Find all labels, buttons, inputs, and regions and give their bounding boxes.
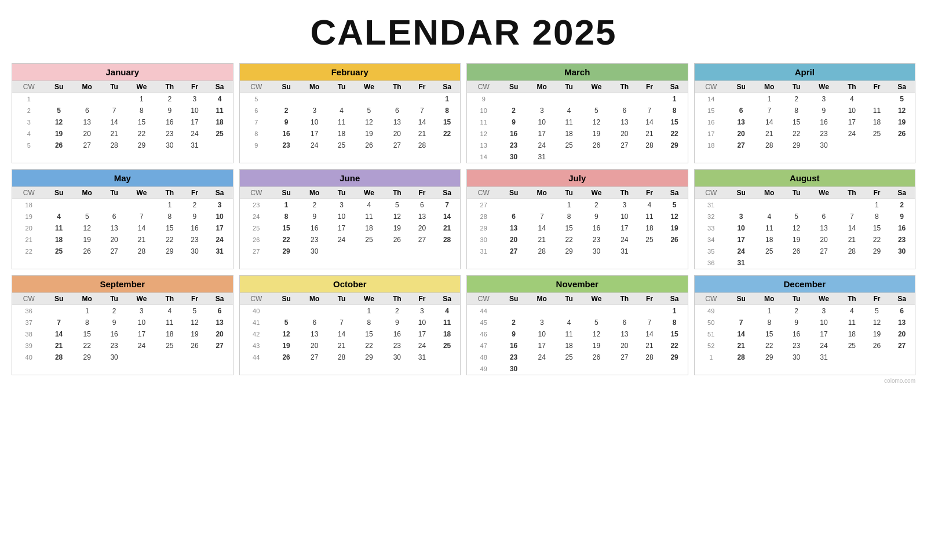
- table-row: 312728293031: [467, 246, 688, 257]
- month-table-aug: CWSuMoTuWeThFrSa311232345678933101112131…: [695, 186, 915, 269]
- table-row: 128293031: [695, 352, 915, 363]
- table-row: 102345678: [467, 105, 688, 116]
- table-row: 441: [467, 305, 688, 317]
- table-row: 2515161718192021: [240, 222, 461, 234]
- table-row: 41567891011: [240, 317, 461, 328]
- table-row: 5221222324252627: [695, 340, 915, 352]
- month-oct: OctoberCWSuMoTuWeThFrSa40123441567891011…: [239, 275, 461, 375]
- table-row: 40282930: [12, 352, 233, 363]
- table-row: 5262728293031: [12, 140, 233, 151]
- table-row: 401234: [240, 305, 461, 317]
- month-jun: JuneCWSuMoTuWeThFrSa23123456724891011121…: [239, 169, 461, 269]
- table-row: 3020212223242526: [467, 234, 688, 246]
- table-row: 4319202122232425: [240, 340, 461, 352]
- month-table-jun: CWSuMoTuWeThFrSa231234567248910111213142…: [240, 186, 461, 257]
- month-sep: SeptemberCWSuMoTuWeThFrSa361234563778910…: [12, 275, 233, 375]
- month-header-apr: April: [695, 64, 915, 80]
- table-row: 3417181920212223: [695, 234, 915, 246]
- table-row: 452345678: [467, 317, 688, 328]
- table-row: 51: [240, 93, 461, 105]
- table-row: 9232425262728: [240, 140, 461, 151]
- month-jan: JanuaryCWSuMoTuWeThFrSa11234256789101131…: [12, 63, 233, 163]
- calendar-title: CALENDAR 2025: [12, 6, 915, 63]
- table-row: 156789101112: [695, 105, 915, 116]
- month-may: MayCWSuMoTuWeThFrSa181231945678910201112…: [12, 169, 233, 269]
- month-table-may: CWSuMoTuWeThFrSa181231945678910201112131…: [12, 186, 233, 257]
- table-row: 2712345: [467, 199, 688, 211]
- watermark: colomo.com: [12, 375, 915, 384]
- table-row: 49123456: [695, 305, 915, 317]
- table-row: 3778910111213: [12, 317, 233, 328]
- table-row: 2622232425262728: [240, 234, 461, 246]
- month-header-aug: August: [695, 170, 915, 186]
- month-header-jan: January: [12, 64, 233, 80]
- month-mar: MarchCWSuMoTuWeThFrSa9110234567811910111…: [466, 63, 688, 163]
- month-table-jul: CWSuMoTuWeThFrSa271234528678910111229131…: [467, 186, 688, 257]
- month-nov: NovemberCWSuMoTuWeThFrSa4414523456784691…: [466, 275, 688, 375]
- month-header-dec: December: [695, 276, 915, 292]
- month-jul: JulyCWSuMoTuWeThFrSa27123452867891011122…: [466, 169, 688, 269]
- month-table-oct: CWSuMoTuWeThFrSa401234415678910114212131…: [240, 292, 461, 363]
- month-feb: FebruaryCWSuMoTuWeThFrSa5162345678791011…: [239, 63, 461, 163]
- table-row: 286789101112: [467, 211, 688, 222]
- table-row: 469101112131415: [467, 328, 688, 340]
- month-header-nov: November: [467, 276, 688, 292]
- month-dec: DecemberCWSuMoTuWeThFrSa4912345650789101…: [694, 275, 916, 375]
- table-row: 2567891011: [12, 105, 233, 116]
- table-row: 1613141516171819: [695, 116, 915, 128]
- table-row: 79101112131415: [240, 116, 461, 128]
- table-row: 18123: [12, 199, 233, 211]
- table-row: 1216171819202122: [467, 128, 688, 140]
- table-row: 2118192021222324: [12, 234, 233, 246]
- table-row: 24891011121314: [240, 211, 461, 222]
- table-row: 816171819202122: [240, 128, 461, 140]
- month-table-feb: CWSuMoTuWeThFrSa516234567879101112131415…: [240, 80, 461, 151]
- table-row: 1720212223242526: [695, 128, 915, 140]
- table-row: 4823242526272829: [467, 352, 688, 363]
- table-row: 5114151617181920: [695, 328, 915, 340]
- month-table-dec: CWSuMoTuWeThFrSa491234565078910111213511…: [695, 292, 915, 363]
- table-row: 36123456: [12, 305, 233, 317]
- table-row: 2225262728293031: [12, 246, 233, 257]
- month-header-sep: September: [12, 276, 233, 292]
- table-row: 143031: [467, 151, 688, 163]
- table-row: 11234: [12, 93, 233, 105]
- month-aug: AugustCWSuMoTuWeThFrSa311232345678933101…: [694, 169, 916, 269]
- table-row: 4716171819202122: [467, 340, 688, 352]
- month-header-may: May: [12, 170, 233, 186]
- table-row: 3310111213141516: [695, 222, 915, 234]
- table-row: 4212131415161718: [240, 328, 461, 340]
- month-header-jul: July: [467, 170, 688, 186]
- table-row: 1323242526272829: [467, 140, 688, 151]
- month-header-feb: February: [240, 64, 461, 80]
- table-row: 44262728293031: [240, 352, 461, 363]
- table-row: 91: [467, 93, 688, 105]
- table-row: 3631: [695, 257, 915, 269]
- month-header-mar: March: [467, 64, 688, 80]
- month-table-jan: CWSuMoTuWeThFrSa112342567891011312131415…: [12, 80, 233, 151]
- table-row: 1827282930: [695, 140, 915, 151]
- table-row: 1412345: [695, 93, 915, 105]
- month-table-nov: CWSuMoTuWeThFrSa441452345678469101112131…: [467, 292, 688, 375]
- table-row: 323456789: [695, 211, 915, 222]
- month-table-mar: CWSuMoTuWeThFrSa911023456781191011121314…: [467, 80, 688, 163]
- table-row: 3921222324252627: [12, 340, 233, 352]
- table-row: 5078910111213: [695, 317, 915, 328]
- calendar-grid: JanuaryCWSuMoTuWeThFrSa11234256789101131…: [12, 63, 915, 375]
- table-row: 3524252627282930: [695, 246, 915, 257]
- month-table-apr: CWSuMoTuWeThFrSa141234515678910111216131…: [695, 80, 915, 151]
- table-row: 2913141516171819: [467, 222, 688, 234]
- table-row: 62345678: [240, 105, 461, 116]
- month-apr: AprilCWSuMoTuWeThFrSa1412345156789101112…: [694, 63, 916, 163]
- table-row: 3814151617181920: [12, 328, 233, 340]
- table-row: 231234567: [240, 199, 461, 211]
- month-header-jun: June: [240, 170, 461, 186]
- table-row: 4930: [467, 363, 688, 375]
- table-row: 2011121314151617: [12, 222, 233, 234]
- table-row: 272930: [240, 246, 461, 257]
- month-header-oct: October: [240, 276, 461, 292]
- month-table-sep: CWSuMoTuWeThFrSa361234563778910111213381…: [12, 292, 233, 363]
- table-row: 312131415161718: [12, 116, 233, 128]
- table-row: 119101112131415: [467, 116, 688, 128]
- table-row: 1945678910: [12, 211, 233, 222]
